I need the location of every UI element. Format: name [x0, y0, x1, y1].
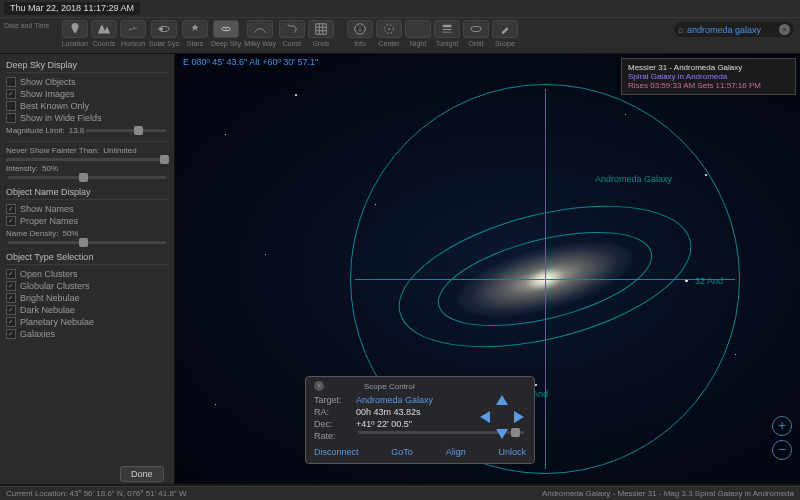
- slider-density[interactable]: [8, 241, 166, 244]
- nav-night[interactable]: [405, 20, 431, 38]
- label-andromeda: Andromeda Galaxy: [595, 174, 672, 184]
- object-info-panel: Messier 31 - Andromeda Galaxy Spiral Gal…: [621, 58, 796, 95]
- slider-magnitude[interactable]: [86, 129, 166, 132]
- scope-ra: 00h 43m 43.82s: [356, 407, 421, 417]
- chk-show-images[interactable]: Show Images: [6, 89, 168, 99]
- nav-info[interactable]: [347, 20, 373, 38]
- scope-disconnect[interactable]: Disconnect: [314, 447, 359, 457]
- scope-title: Scope Control: [364, 382, 415, 391]
- scope-unlock[interactable]: Unlock: [498, 447, 526, 457]
- nav-solarsys[interactable]: [151, 20, 177, 38]
- search-input[interactable]: [687, 25, 777, 35]
- section-deepsky-title: Deep Sky Display: [6, 60, 168, 73]
- objinfo-type: Spiral Galaxy in Andromeda: [628, 72, 789, 81]
- chk-galaxies[interactable]: Galaxies: [6, 329, 168, 339]
- chk-dark-neb[interactable]: Dark Nebulae: [6, 305, 168, 315]
- zoom-out[interactable]: −: [772, 440, 792, 460]
- chk-globular[interactable]: Globular Clusters: [6, 281, 168, 291]
- zoom-in[interactable]: +: [772, 416, 792, 436]
- status-location: Current Location: 43º 56' 18.6" N, 076º …: [6, 489, 186, 498]
- nav-horizon[interactable]: [120, 20, 146, 38]
- dpad-left[interactable]: [480, 411, 490, 423]
- nav-grids[interactable]: [308, 20, 334, 38]
- search-clear[interactable]: ×: [779, 24, 790, 35]
- scope-control-panel: ×Scope Control Target:Andromeda Galaxy R…: [305, 376, 535, 464]
- chk-open-clusters[interactable]: Open Clusters: [6, 269, 168, 279]
- objinfo-title: Messier 31 - Andromeda Galaxy: [628, 63, 789, 72]
- chk-best-known[interactable]: Best Known Only: [6, 101, 168, 111]
- search-box[interactable]: ⌕ ×: [674, 22, 794, 37]
- nav-scope[interactable]: [492, 20, 518, 38]
- status-object: Andromeda Galaxy - Messier 31 - Mag 3.3 …: [542, 489, 794, 498]
- sky-view[interactable]: E 080º 45' 43.6" Alt +60º 30' 57.1" Andr…: [175, 54, 800, 484]
- nav-stars[interactable]: [182, 20, 208, 38]
- status-bar: Current Location: 43º 56' 18.6" N, 076º …: [0, 486, 800, 500]
- done-button[interactable]: Done: [120, 466, 164, 482]
- datetime-label: Date and Time: [4, 22, 50, 29]
- slider-fainter[interactable]: [6, 158, 168, 161]
- scope-dpad: [480, 395, 524, 439]
- svg-point-3: [225, 28, 227, 30]
- scope-dec: +41º 22' 00.5": [356, 419, 412, 429]
- nav-coords[interactable]: [91, 20, 117, 38]
- scope-target: Andromeda Galaxy: [356, 395, 433, 405]
- scope-goto[interactable]: GoTo: [391, 447, 413, 457]
- chk-show-objects[interactable]: Show Objects: [6, 77, 168, 87]
- sidebar: Deep Sky Display Show Objects Show Image…: [0, 54, 175, 484]
- datetime-display[interactable]: Thu Mar 22, 2018 11:17:29 AM: [4, 2, 140, 15]
- toolbar: Date and Time Location Coords Horizon So…: [0, 18, 800, 54]
- dpad-up[interactable]: [496, 395, 508, 405]
- section-names-title: Object Name Display: [6, 187, 168, 200]
- svg-point-6: [388, 28, 390, 30]
- nav-orbit[interactable]: [463, 20, 489, 38]
- section-types-title: Object Type Selection: [6, 252, 168, 265]
- nav-center[interactable]: [376, 20, 402, 38]
- svg-point-7: [471, 26, 482, 31]
- nav-deepsky[interactable]: [213, 20, 239, 38]
- scope-align[interactable]: Align: [446, 447, 466, 457]
- chk-show-names[interactable]: Show Names: [6, 204, 168, 214]
- nav-location[interactable]: [62, 20, 88, 38]
- dpad-down[interactable]: [496, 429, 508, 439]
- svg-point-0: [160, 27, 164, 31]
- label-32and: 32 And: [695, 276, 723, 286]
- chk-planetary-neb[interactable]: Planetary Nebulae: [6, 317, 168, 327]
- pointer-coords: E 080º 45' 43.6" Alt +60º 30' 57.1": [183, 57, 318, 67]
- dpad-right[interactable]: [514, 411, 524, 423]
- objinfo-rise-set: Rises 03:59:33 AM Sets 11:57:16 PM: [628, 81, 789, 90]
- nav-tonight[interactable]: [434, 20, 460, 38]
- nav-milkyway[interactable]: [247, 20, 273, 38]
- nav-const[interactable]: [279, 20, 305, 38]
- chk-proper-names[interactable]: Proper Names: [6, 216, 168, 226]
- search-icon: ⌕: [678, 24, 684, 35]
- slider-intensity[interactable]: [8, 176, 166, 179]
- chk-bright-neb[interactable]: Bright Nebulae: [6, 293, 168, 303]
- chk-wide-fields[interactable]: Show in Wide Fields: [6, 113, 168, 123]
- scope-close[interactable]: ×: [314, 381, 324, 391]
